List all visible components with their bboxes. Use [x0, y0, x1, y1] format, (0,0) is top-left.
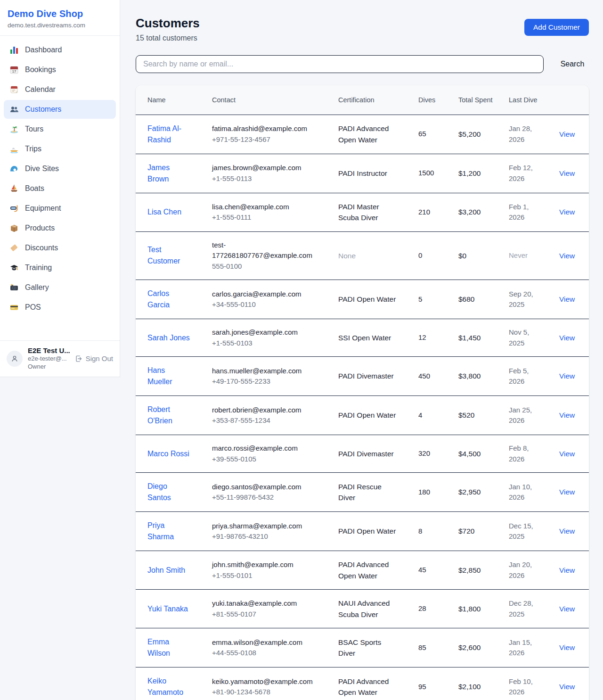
sidebar-item-bookings[interactable]: 17 Bookings	[4, 60, 116, 79]
customer-email: test-1772681807767@example.com	[212, 240, 318, 261]
table-row: Priya Sharma priya.sharma@example.com +9…	[136, 512, 589, 551]
certification-value: PADI Open Water	[338, 295, 396, 303]
customer-name-link[interactable]: Robert O'Brien	[147, 404, 191, 427]
column-header-name: Name	[136, 85, 206, 115]
view-link[interactable]: View	[559, 643, 575, 651]
customers-table-card: Name Contact Certification Dives Total S…	[136, 85, 589, 700]
last-dive-value: Feb 1, 2026	[509, 203, 529, 222]
customer-name-link[interactable]: Hans Mueller	[147, 365, 191, 387]
view-link[interactable]: View	[559, 605, 575, 613]
customer-name-link[interactable]: Sarah Jones	[147, 332, 190, 344]
sidebar-item-products[interactable]: Products	[4, 219, 116, 238]
view-link[interactable]: View	[559, 208, 575, 216]
customer-name-link[interactable]: Priya Sharma	[147, 520, 191, 543]
view-link[interactable]: View	[559, 450, 575, 458]
customer-phone: +39-555-0105	[212, 454, 318, 465]
view-link[interactable]: View	[559, 252, 575, 260]
sidebar-item-label: POS	[25, 303, 41, 312]
search-button[interactable]: Search	[556, 60, 589, 68]
customer-name-link[interactable]: Lisa Chen	[147, 206, 181, 218]
add-customer-button[interactable]: Add Customer	[524, 19, 589, 36]
table-row: Hans Mueller hans.mueller@example.com +4…	[136, 357, 589, 396]
table-row: Lisa Chen lisa.chen@example.com +1-555-0…	[136, 193, 589, 231]
last-dive-value: Feb 8, 2026	[509, 444, 529, 463]
sidebar-item-discounts[interactable]: Discounts	[4, 239, 116, 257]
page-header: Customers 15 total customers Add Custome…	[136, 16, 589, 42]
customer-name-link[interactable]: Keiko Yamamoto	[147, 675, 191, 698]
column-header-actions	[554, 85, 589, 115]
customer-name-link[interactable]: John Smith	[147, 565, 185, 576]
customer-email: carlos.garcia@example.com	[212, 289, 318, 300]
dives-value: 65	[418, 130, 426, 138]
sidebar-item-equipment[interactable]: Equipment	[4, 199, 116, 218]
total-spent-value: $1,450	[458, 334, 481, 342]
user-role: Owner	[28, 362, 69, 371]
dives-value: 45	[418, 566, 426, 574]
search-input[interactable]	[136, 55, 544, 73]
dives-value: 5	[418, 295, 422, 303]
view-link[interactable]: View	[559, 295, 575, 303]
view-link[interactable]: View	[559, 334, 575, 342]
sidebar-item-tours[interactable]: Tours	[4, 120, 116, 139]
last-dive-value: Dec 15, 2025	[509, 522, 533, 541]
certification-value: PADI Divemaster	[338, 450, 394, 458]
credit-card-icon	[9, 303, 19, 312]
view-link[interactable]: View	[559, 411, 575, 419]
customer-phone: +49-170-555-2233	[212, 376, 318, 387]
view-link[interactable]: View	[559, 527, 575, 535]
sidebar-item-trips[interactable]: Trips	[4, 140, 116, 158]
view-link[interactable]: View	[559, 372, 575, 380]
customer-name-link[interactable]: James Brown	[147, 162, 191, 185]
customer-name-link[interactable]: Yuki Tanaka	[147, 603, 188, 615]
sidebar-item-dive-sites[interactable]: Dive Sites	[4, 159, 116, 178]
table-row: Fatima Al-Rashid fatima.alrashid@example…	[136, 115, 589, 154]
customer-phone: +1-555-0113	[212, 173, 318, 184]
last-dive-value: Dec 28, 2025	[509, 599, 533, 618]
customer-email: hans.mueller@example.com	[212, 366, 318, 377]
customer-name-link[interactable]: Diego Santos	[147, 481, 191, 503]
sign-out-button[interactable]: Sign Out	[74, 354, 113, 363]
customer-phone: 555-0100	[212, 261, 318, 272]
customer-name-link[interactable]: Emma Wilson	[147, 636, 191, 659]
graduation-cap-icon	[9, 263, 19, 272]
total-spent-value: $520	[458, 411, 474, 419]
person-icon	[10, 354, 19, 363]
certification-value: BSAC Sports Diver	[338, 638, 381, 658]
last-dive-value: Jan 28, 2026	[509, 124, 532, 143]
brand-title[interactable]: Demo Dive Shop	[8, 8, 112, 19]
sidebar-item-label: Boats	[25, 184, 44, 193]
customer-name-link[interactable]: Test Customer	[147, 244, 191, 267]
view-link[interactable]: View	[559, 169, 575, 177]
customer-name-link[interactable]: Fatima Al-Rashid	[147, 123, 191, 146]
sidebar-item-customers[interactable]: Customers	[4, 100, 116, 119]
sidebar-item-label: Discounts	[25, 244, 58, 252]
certification-value: PADI Divemaster	[338, 372, 394, 380]
view-link[interactable]: View	[559, 130, 575, 138]
customers-table: Name Contact Certification Dives Total S…	[136, 85, 589, 700]
sidebar-item-dashboard[interactable]: Dashboard	[4, 41, 116, 59]
customer-phone: +81-555-0107	[212, 609, 318, 620]
certification-value: NAUI Advanced Scuba Diver	[338, 599, 390, 618]
sidebar-item-label: Customers	[25, 105, 61, 114]
customer-email: robert.obrien@example.com	[212, 405, 318, 416]
view-link[interactable]: View	[559, 683, 575, 691]
sidebar-item-boats[interactable]: Boats	[4, 179, 116, 198]
total-spent-value: $2,100	[458, 683, 481, 691]
total-spent-value: $4,500	[458, 450, 481, 458]
customer-phone: +91-98765-43210	[212, 531, 318, 542]
sidebar-item-calendar[interactable]: Calendar	[4, 80, 116, 99]
sidebar-item-gallery[interactable]: Gallery	[4, 278, 116, 297]
sidebar-item-label: Training	[25, 264, 52, 272]
camera-icon	[9, 283, 19, 292]
customer-name-link[interactable]: Carlos Garcia	[147, 288, 191, 311]
view-link[interactable]: View	[559, 488, 575, 496]
customer-email: james.brown@example.com	[212, 163, 318, 173]
sidebar-item-training[interactable]: Training	[4, 258, 116, 277]
customer-email: yuki.tanaka@example.com	[212, 598, 318, 609]
customer-name-link[interactable]: Marco Rossi	[147, 448, 189, 460]
calendar-date-icon: 17	[9, 65, 19, 74]
sidebar-item-pos[interactable]: POS	[4, 298, 116, 317]
sidebar-item-label: Bookings	[25, 66, 56, 74]
view-link[interactable]: View	[559, 566, 575, 574]
total-spent-value: $1,200	[458, 169, 481, 177]
